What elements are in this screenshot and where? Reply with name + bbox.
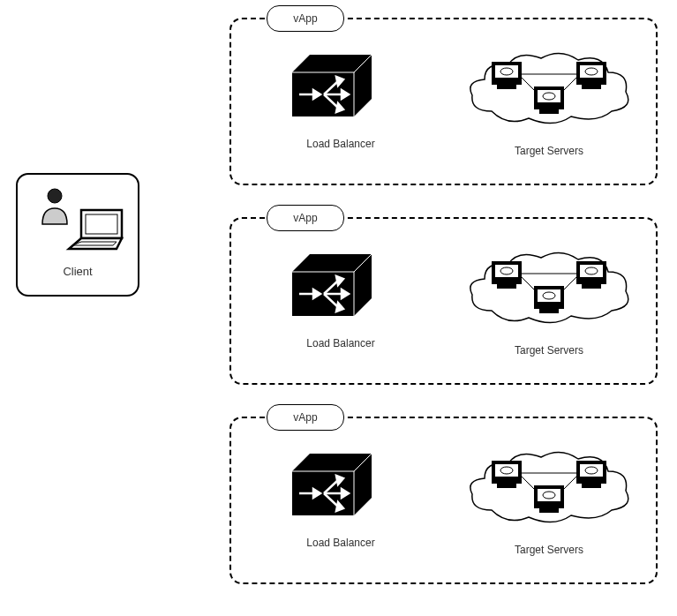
svg-rect-26	[582, 85, 601, 89]
svg-rect-84	[582, 484, 601, 488]
svg-point-0	[48, 189, 62, 203]
load-balancer: Load Balancer	[279, 55, 402, 150]
target-servers-icon	[465, 249, 633, 337]
svg-rect-22	[497, 85, 516, 89]
vapp-tag: vApp	[267, 205, 344, 231]
load-balancer-label: Load Balancer	[279, 537, 402, 549]
svg-rect-78	[495, 464, 518, 477]
target-servers-label: Target Servers	[461, 544, 637, 556]
svg-rect-51	[497, 284, 516, 289]
svg-rect-59	[539, 309, 559, 313]
client-icons	[18, 185, 138, 256]
client-icon	[25, 185, 131, 256]
svg-rect-80	[497, 484, 516, 488]
load-balancer-icon	[292, 454, 389, 524]
load-balancer-icon	[292, 254, 389, 325]
target-servers: Target Servers	[461, 249, 637, 357]
svg-rect-20	[495, 65, 518, 78]
svg-rect-24	[580, 65, 603, 78]
svg-rect-28	[538, 90, 560, 102]
svg-rect-30	[539, 109, 559, 114]
load-balancer-label: Load Balancer	[279, 138, 402, 150]
svg-rect-86	[538, 489, 560, 501]
target-servers: Target Servers	[461, 49, 637, 157]
vapp-tag: vApp	[267, 404, 344, 431]
target-servers-label: Target Servers	[461, 145, 637, 157]
load-balancer-icon	[292, 55, 389, 125]
vapp-box: vApp	[229, 18, 658, 185]
svg-rect-57	[538, 289, 560, 302]
vapp-tag: vApp	[267, 5, 344, 32]
target-servers-icon	[465, 49, 633, 138]
load-balancer: Load Balancer	[279, 454, 402, 549]
client-label: Client	[18, 265, 138, 278]
client-box: Client	[16, 173, 139, 297]
load-balancer-label: Load Balancer	[279, 337, 402, 349]
svg-rect-82	[580, 464, 603, 477]
svg-rect-88	[539, 508, 559, 513]
svg-rect-49	[495, 265, 518, 277]
vapp-box: vApp Load Balan	[229, 417, 658, 584]
vapp-box: vApp Load Balan	[229, 217, 658, 385]
svg-rect-55	[582, 284, 601, 289]
target-servers-label: Target Servers	[461, 344, 637, 357]
svg-rect-2	[86, 214, 117, 234]
diagram-canvas: Client vApp	[0, 0, 677, 616]
target-servers-icon	[465, 448, 633, 537]
target-servers: Target Servers	[461, 448, 637, 556]
svg-rect-53	[580, 265, 603, 277]
load-balancer: Load Balancer	[279, 254, 402, 349]
